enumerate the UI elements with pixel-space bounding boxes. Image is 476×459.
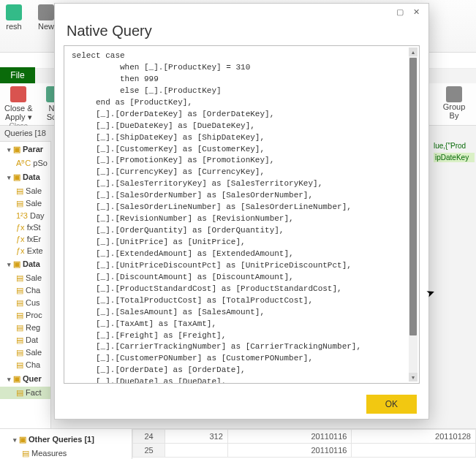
query-item[interactable]: ▤ Sale — [0, 272, 50, 284]
query-item[interactable]: ▤ Reg — [0, 322, 50, 334]
refresh-label: resh — [6, 22, 21, 31]
queries-panel-header: Queries [18 — [0, 126, 51, 142]
new-label: New — [38, 22, 54, 31]
cell — [352, 444, 476, 458]
queries-panel[interactable]: ▣PararAᴮC pSo▣Data▤ Sale▤ Sale1²3 Dayƒx … — [0, 142, 51, 459]
query-group[interactable]: ▣Parar — [0, 142, 50, 157]
native-query-dialog: ▢ ✕ Native Query select case when [_].[P… — [54, 3, 429, 420]
column-header-fragment: ipDateKey — [434, 153, 475, 162]
refresh-button[interactable]: resh — [6, 4, 22, 31]
table-row[interactable]: 24 312 20110116 20110128 — [133, 430, 476, 444]
dialog-footer: OK — [55, 390, 428, 419]
query-item[interactable]: ƒx fxSt — [0, 221, 50, 233]
close-apply-button[interactable]: Close & Apply ▾ Close — [4, 86, 33, 130]
close-button[interactable]: ✕ — [408, 5, 424, 18]
formula-fragment: lue,{"Prod ipDateKey — [432, 140, 476, 170]
close-apply-label: Close & Apply ▾ — [4, 104, 33, 122]
query-item[interactable]: ▤ Cus — [0, 297, 50, 309]
cell: 20110128 — [352, 430, 476, 444]
query-item[interactable]: ▤ Proc — [0, 309, 50, 322]
maximize-button[interactable]: ▢ — [392, 5, 408, 18]
query-item[interactable]: ▤ Sale — [0, 185, 50, 197]
data-preview-grid[interactable]: 24 312 20110116 20110128 25 20110116 — [132, 428, 476, 459]
groupby-label: Group By — [443, 102, 466, 120]
query-item[interactable]: AᴮC pSo — [0, 157, 50, 170]
row-number: 24 — [133, 430, 165, 444]
query-group[interactable]: ▣Data — [0, 257, 50, 272]
cell — [165, 444, 228, 458]
query-item[interactable]: 1²3 Day — [0, 210, 50, 221]
sql-content: select case when [_].[ProductKey] = 310 … — [64, 46, 419, 384]
list-item[interactable]: ▤ Measures — [6, 447, 126, 459]
table-row[interactable]: 25 20110116 — [133, 444, 476, 458]
query-group[interactable]: ▣Data — [0, 170, 50, 185]
query-item[interactable]: ▤ Fact — [0, 387, 50, 399]
ok-button[interactable]: OK — [366, 395, 417, 414]
refresh-icon — [6, 4, 22, 20]
groupby-button[interactable]: Group By — [432, 83, 476, 126]
query-item[interactable]: ▤ Dat — [0, 334, 50, 346]
sql-text-area[interactable]: select case when [_].[ProductKey] = 310 … — [64, 45, 420, 384]
cell: 312 — [165, 430, 228, 444]
other-queries-label: Other Queries [1] — [29, 435, 94, 444]
cell: 20110116 — [227, 430, 352, 444]
formula-fragment-1: lue,{"Prod — [434, 142, 475, 150]
query-item[interactable]: ƒx Exte — [0, 245, 50, 257]
query-item[interactable]: ▤ Cha — [0, 284, 50, 297]
groupby-icon — [446, 86, 462, 102]
query-item[interactable]: ƒx fxEr — [0, 233, 50, 245]
cell: 20110116 — [227, 444, 352, 458]
query-item[interactable]: ▤ Cha — [0, 359, 50, 371]
close-icon — [10, 86, 26, 102]
scroll-thumb[interactable] — [409, 58, 417, 335]
row-number: 25 — [133, 444, 165, 458]
new-button[interactable]: New — [38, 4, 54, 31]
other-queries-group[interactable]: ▣Other Queries [1] ▤ Measures — [0, 428, 132, 459]
scroll-up-arrow[interactable]: ▴ — [409, 48, 418, 56]
new-icon — [38, 4, 54, 20]
scroll-down-arrow[interactable]: ▾ — [409, 373, 418, 382]
query-item[interactable]: ▤ Sale — [0, 197, 50, 210]
dialog-title: Native Query — [55, 20, 428, 45]
dialog-titlebar: ▢ ✕ — [55, 4, 428, 20]
query-item[interactable]: ▤ Sale — [0, 346, 50, 359]
query-group[interactable]: ▣Quer — [0, 371, 50, 387]
vertical-scrollbar[interactable]: ▴ ▾ — [409, 48, 418, 382]
file-tab[interactable]: File — [0, 67, 35, 83]
